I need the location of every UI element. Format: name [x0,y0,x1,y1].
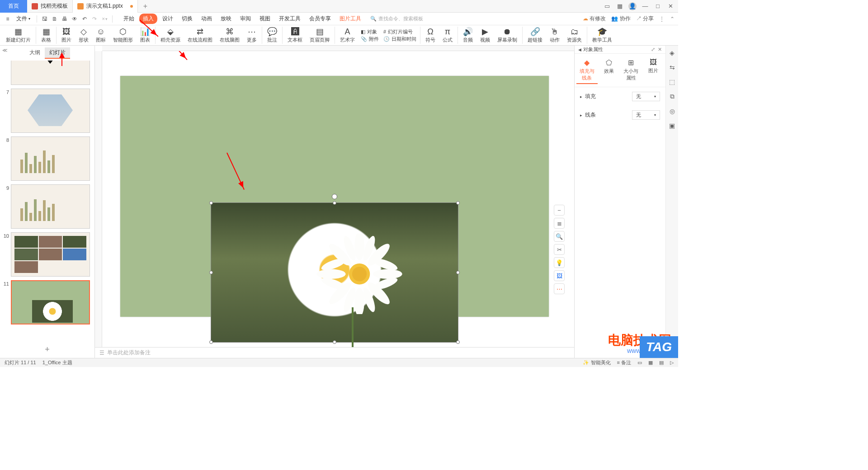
slide-canvas[interactable]: − ≣ 🔍 ✂ 💡 🖼 ⋯ [120,76,549,317]
slides-tab[interactable]: 幻灯片 [45,47,70,59]
tab-add[interactable]: + [138,2,153,10]
share-button[interactable]: ↗ 分享 [636,15,654,23]
datetime-button[interactable]: 🕓日期和时间 [383,36,416,42]
resize-handle-nw[interactable] [209,201,213,205]
selected-picture[interactable] [211,202,458,343]
tab-devtools[interactable]: 开发工具 [275,14,304,24]
line-select[interactable]: 无▾ [632,110,660,120]
qat-more-icon[interactable]: ✕▾ [100,15,108,23]
layout-icon[interactable]: ▭ [603,2,611,10]
slide-thumb-9[interactable] [11,184,90,229]
action-button[interactable]: 🖱动作 [547,27,563,43]
menu-more-icon[interactable]: ⋮ [659,16,665,22]
formula-button[interactable]: π公式 [439,27,456,43]
tab-template-store[interactable]: 找稻壳模板 [27,0,73,13]
slide-thumb[interactable] [11,61,90,85]
props-tab-picture[interactable]: 🖼图片 [642,56,664,84]
rotate-handle[interactable] [332,194,337,199]
side-clip-icon[interactable]: ▣ [669,122,675,129]
side-settings-icon[interactable]: ⇆ [670,64,675,71]
hamburger-icon[interactable]: ≡ [4,15,12,23]
screen-record-button[interactable]: ⏺屏幕录制 [494,27,520,43]
view-slideshow-icon[interactable]: ▷ [670,360,674,366]
user-avatar-icon[interactable]: 👤 [628,2,637,10]
side-copy-icon[interactable]: ⧉ [670,93,675,100]
shape-button[interactable]: ◇形状 [75,27,92,43]
resize-handle-ne[interactable] [456,201,460,205]
print-icon[interactable]: 🖶 [61,15,69,23]
tab-picture-tools[interactable]: 图片工具 [336,14,365,24]
resize-handle-sw[interactable] [209,340,213,344]
mindmap-button[interactable]: ⌘在线脑图 [217,27,243,43]
outline-tab[interactable]: 大纲 [25,47,45,59]
float-replace-button[interactable]: 🖼 [554,270,565,281]
tab-design[interactable]: 设计 [159,14,177,24]
file-menu[interactable]: 文件▾ [14,14,33,24]
undo-icon[interactable]: ↶ [80,15,89,23]
resize-handle-se[interactable] [456,340,460,344]
notes-toggle[interactable]: ≡ 备注 [617,359,631,366]
flowchart-button[interactable]: ⇄在线流程图 [184,27,216,43]
save-as-icon[interactable]: 🗎 [51,15,59,23]
edutool-button[interactable]: 🎓教学工具 [589,27,615,43]
apps-icon[interactable]: ▦ [616,2,624,10]
smartart-button[interactable]: ⬡智能图形 [110,27,136,43]
tab-document-active[interactable]: 演示文稿1.pptx [73,0,138,13]
pin-icon[interactable]: ⤢ [651,47,655,52]
tab-start[interactable]: 开始 [120,14,138,24]
command-search[interactable]: 🔍 查找命令、搜索模板 [370,15,423,22]
docer-resource-button[interactable]: ⬙稻壳资源 [157,27,184,43]
resize-handle-w[interactable] [209,271,213,274]
table-button[interactable]: ▦表格 [38,27,54,43]
resize-handle-e[interactable] [456,271,460,274]
float-zoom-button[interactable]: 🔍 [554,231,565,242]
maximize-button[interactable]: □ [654,2,662,10]
slide-thumb-8[interactable] [11,136,90,181]
line-section[interactable]: ▸线条 无▾ [575,106,665,124]
slide-viewport[interactable]: − ≣ 🔍 ✂ 💡 🖼 ⋯ [102,51,574,347]
collaborate-button[interactable]: 👥 协作 [611,15,630,23]
view-sorter-icon[interactable]: ▦ [648,360,653,366]
header-footer-button[interactable]: ▤页眉页脚 [307,27,333,43]
side-location-icon[interactable]: ◎ [670,108,675,115]
minimize-button[interactable]: — [641,2,649,10]
view-reading-icon[interactable]: ▤ [659,360,664,366]
collapse-ribbon-icon[interactable]: ⌃ [670,16,675,22]
resize-handle-s[interactable] [333,340,336,344]
slide-thumb-7[interactable] [11,89,90,133]
props-tab-effect[interactable]: ⬠效果 [599,56,620,84]
props-tab-size[interactable]: ⊞大小与属性 [621,56,642,84]
wordart-button[interactable]: A艺术字 [337,27,358,43]
thumbnail-list[interactable]: 7 8 9 10 11 [0,61,94,341]
float-crop-button[interactable]: ✂ [554,244,565,255]
resource-button[interactable]: 🗂资源夹 [564,27,585,43]
tab-animation[interactable]: 动画 [198,14,216,24]
float-layers-button[interactable]: ≣ [554,218,565,229]
fill-section[interactable]: ▸填充 无▾ [575,87,665,106]
tab-review[interactable]: 审阅 [236,14,255,24]
video-button[interactable]: ▶视频 [477,27,493,43]
picture-button[interactable]: 🖼图片 [58,27,75,43]
collapse-panel-icon[interactable]: ≪ [2,47,8,53]
slide-number-button[interactable]: #幻灯片编号 [383,28,416,35]
new-slide-button[interactable]: ▦新建幻灯片 [3,27,34,43]
save-icon[interactable]: 🖫 [41,15,49,23]
slide-thumb-11-active[interactable] [11,280,90,324]
tab-transition[interactable]: 切换 [178,14,196,24]
attach-button[interactable]: 📎附件 [361,36,379,42]
fill-select[interactable]: 无▾ [632,92,660,101]
tab-member[interactable]: 会员专享 [306,14,335,24]
float-minus-button[interactable]: − [554,205,565,216]
beautify-button[interactable]: ✨ 智能美化 [583,359,610,366]
close-panel-icon[interactable]: ✕ [658,47,662,52]
props-tab-fill[interactable]: ◆填充与线条 [576,56,598,84]
symbol-button[interactable]: Ω符号 [422,27,439,43]
tab-view[interactable]: 视图 [256,14,274,24]
redo-icon[interactable]: ↷ [90,15,99,23]
tab-slideshow[interactable]: 放映 [217,14,235,24]
print-preview-icon[interactable]: 👁 [71,15,79,23]
resize-handle-n[interactable] [333,201,336,205]
slide-thumb-10[interactable] [11,232,90,277]
unsaved-indicator[interactable]: ☁ 有修改 [583,15,606,23]
side-select-icon[interactable]: ⬚ [669,78,675,85]
